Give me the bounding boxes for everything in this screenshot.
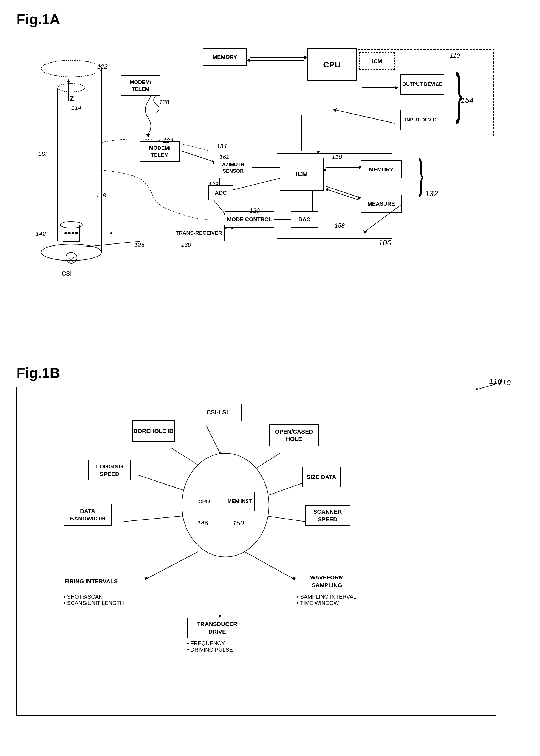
- azimuth-sensor-box: AZIMUTH SENSOR: [214, 158, 252, 178]
- transducer-drive-group: TRANSDUCER DRIVE • FREQUENCY • DRIVING P…: [187, 617, 247, 651]
- svg-line-67: [206, 426, 220, 453]
- mem-inst-inner-box: MEM INST: [224, 492, 255, 511]
- data-bandwidth-box: DATA BANDWIDTH: [64, 504, 112, 526]
- svg-marker-43: [109, 231, 112, 235]
- cpu-inner-box: CPU: [192, 492, 216, 511]
- fig1b-title: Fig.1B: [16, 365, 524, 381]
- svg-marker-26: [325, 188, 329, 191]
- label-114: 114: [71, 104, 81, 111]
- svg-line-85: [245, 552, 294, 579]
- label-158: 158: [335, 222, 345, 229]
- measure-box: MEASURE: [361, 195, 402, 212]
- figure-1a-container: Fig.1A: [16, 11, 524, 348]
- modem-telem-bottom-box: MODEM/ TELEM: [140, 141, 180, 162]
- svg-line-79: [267, 516, 305, 522]
- svg-marker-91: [475, 388, 478, 391]
- icm-bottom-box: ICM: [280, 158, 324, 190]
- svg-line-75: [264, 483, 302, 497]
- svg-line-27: [214, 200, 225, 214]
- input-device-box: INPUT DEVICE: [400, 110, 444, 130]
- label-122: 122: [97, 63, 107, 70]
- svg-text:110: 110: [498, 378, 511, 387]
- svg-line-8: [335, 110, 395, 123]
- borehole-id-box: BOREHOLE ID: [132, 420, 175, 442]
- svg-line-13: [181, 151, 214, 162]
- waveform-sampling-box: WAVEFORM SAMPLING: [297, 571, 357, 591]
- label-120: 120: [250, 207, 260, 214]
- trans-receiver-box: TRANS-RECEIVER: [173, 225, 225, 241]
- label-124: 124: [163, 137, 173, 144]
- transducer-drive-box: TRANSDUCER DRIVE: [187, 617, 247, 638]
- memory-bottom-box: MEMORY: [361, 161, 402, 178]
- figure-1b-container: Fig.1B 110: [16, 365, 524, 716]
- modem-telem-top-box: MODEM/ TELEM: [121, 75, 160, 96]
- central-oval: CPU MEM INST 146 150: [182, 453, 269, 557]
- label-130: 130: [181, 241, 191, 248]
- fig1b-outer: 110: [16, 387, 510, 716]
- label-100: 100: [378, 239, 391, 247]
- z-label: Z: [70, 95, 74, 102]
- svg-marker-86: [292, 577, 296, 580]
- label-162: 162: [219, 154, 229, 161]
- svg-point-58: [71, 232, 74, 234]
- svg-point-56: [65, 232, 67, 234]
- firing-intervals-box: FIRING INTERVALS: [64, 571, 118, 591]
- fig1b-svg-arrows: [28, 398, 485, 704]
- svg-point-51: [58, 84, 85, 92]
- label-142: 142: [36, 230, 46, 237]
- svg-line-73: [138, 475, 187, 491]
- svg-line-81: [146, 552, 198, 579]
- label-150: 150: [233, 519, 244, 527]
- waveform-sub-label: • SAMPLING INTERVAL • TIME WINDOW: [297, 594, 357, 606]
- fig1a-diagram: MEMORY ICM CPU OUTPUT DEVICE INPUT DEVIC…: [16, 33, 510, 348]
- brace-132: }: [418, 154, 424, 195]
- fig1b-border: CPU MEM INST 146 150 CSI-LSI BOREHOLE ID: [16, 387, 496, 716]
- label-132: 132: [425, 189, 438, 198]
- label-128: 128: [208, 181, 218, 188]
- transducer-sub-label: • FREQUENCY • DRIVING PULSE: [187, 640, 247, 653]
- svg-point-47: [41, 60, 101, 77]
- icm-top-box: ICM: [359, 52, 395, 70]
- svg-point-57: [68, 232, 71, 234]
- firing-sub-label: • SHOTS/SCAN • SCANS/UNIT LENGTH: [64, 594, 124, 606]
- svg-point-60: [66, 252, 77, 263]
- svg-line-46: [85, 241, 140, 247]
- label-126: 126: [134, 241, 145, 248]
- brace-154: }: [455, 66, 463, 121]
- svg-marker-12: [146, 134, 150, 138]
- waveform-sampling-group: WAVEFORM SAMPLING • SAMPLING INTERVAL • …: [297, 571, 357, 604]
- dac-box: DAC: [291, 211, 318, 228]
- fig1a-title: Fig.1A: [16, 11, 524, 27]
- svg-marker-82: [144, 577, 148, 580]
- label-110-top: 110: [450, 52, 460, 59]
- scanner-speed-box: SCANNER SPEED: [305, 505, 350, 526]
- svg-line-69: [171, 447, 201, 467]
- memory-top-box: MEMORY: [203, 48, 247, 66]
- svg-line-23: [326, 187, 359, 197]
- svg-marker-64: [67, 79, 70, 82]
- label-146: 146: [197, 519, 208, 527]
- output-device-box: OUTPUT DEVICE: [400, 74, 444, 95]
- svg-line-25: [326, 189, 359, 200]
- lsi-label: LSI: [38, 151, 47, 157]
- label-154: 154: [461, 96, 473, 105]
- svg-point-59: [75, 232, 78, 234]
- cpu-box: CPU: [307, 48, 356, 81]
- svg-line-77: [124, 516, 182, 522]
- csi-label: CSI: [62, 270, 72, 277]
- logging-speed-box: LOGGING SPEED: [88, 460, 131, 480]
- label-118: 118: [96, 192, 106, 199]
- firing-intervals-group: FIRING INTERVALS • SHOTS/SCAN • SCANS/UN…: [64, 571, 124, 604]
- svg-line-17: [225, 178, 280, 192]
- svg-marker-7: [395, 86, 398, 89]
- svg-line-90: [477, 384, 496, 389]
- fig1b-diagram: CPU MEM INST 146 150 CSI-LSI BOREHOLE ID: [28, 398, 485, 704]
- label-138: 138: [159, 99, 169, 106]
- fig1b-110-arrow: 110: [455, 376, 510, 392]
- size-data-box: SIZE DATA: [302, 467, 340, 487]
- open-cased-hole-box: OPEN/CASED HOLE: [269, 424, 319, 446]
- csi-lsi-box: CSI-LSI: [193, 404, 242, 422]
- label-110-bottom: 110: [332, 154, 342, 161]
- label-134: 134: [217, 143, 227, 150]
